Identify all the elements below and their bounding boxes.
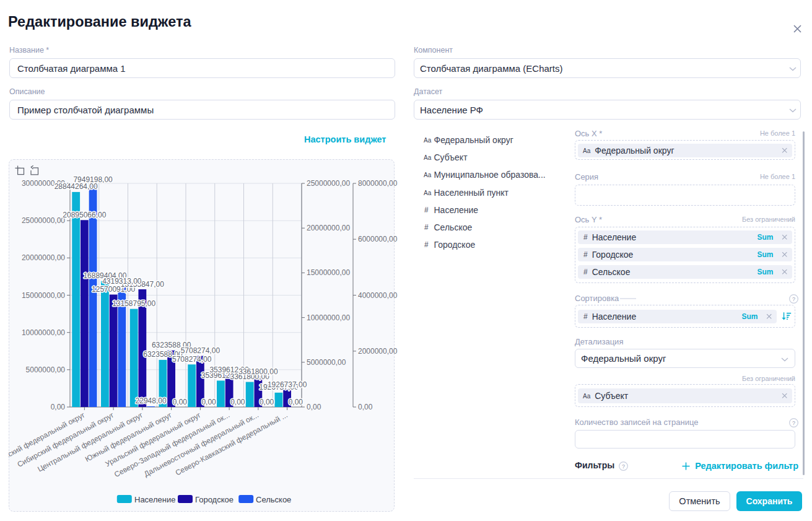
svg-text:?: ? bbox=[792, 296, 795, 302]
svg-text:5708274,00: 5708274,00 bbox=[181, 346, 220, 355]
svg-text:Городское: Городское bbox=[195, 495, 234, 504]
svg-text:20000000,00: 20000000,00 bbox=[22, 253, 65, 262]
svg-text:0,00: 0,00 bbox=[201, 398, 216, 406]
svg-text:6000000,00: 6000000,00 bbox=[358, 235, 398, 243]
svg-text:0,00: 0,00 bbox=[173, 398, 188, 406]
svg-text:0,00: 0,00 bbox=[307, 403, 321, 411]
svg-text:5000000,00: 5000000,00 bbox=[26, 366, 66, 374]
svg-text:1926737,00: 1926737,00 bbox=[268, 380, 307, 389]
svg-text:25000000,00: 25000000,00 bbox=[22, 216, 65, 225]
svg-text:0,00: 0,00 bbox=[51, 403, 66, 411]
svg-text:0,00: 0,00 bbox=[358, 403, 373, 411]
svg-text:10000000,00: 10000000,00 bbox=[307, 313, 350, 322]
svg-text:4000000,00: 4000000,00 bbox=[358, 291, 398, 300]
svg-text:0,00: 0,00 bbox=[289, 398, 303, 406]
svg-text:20000000,00: 20000000,00 bbox=[307, 224, 350, 232]
svg-text:2000000,00: 2000000,00 bbox=[358, 347, 398, 356]
svg-text:13158795,00: 13158795,00 bbox=[112, 299, 155, 308]
svg-text:7949198,00: 7949198,00 bbox=[73, 175, 113, 184]
svg-text:22948,00: 22948,00 bbox=[136, 396, 167, 405]
svg-text:8000000,00: 8000000,00 bbox=[358, 179, 398, 188]
svg-text:?: ? bbox=[622, 463, 625, 470]
svg-text:0,00: 0,00 bbox=[260, 398, 274, 406]
svg-text:15000000,00: 15000000,00 bbox=[22, 291, 65, 300]
svg-text:3361800,00: 3361800,00 bbox=[238, 367, 278, 376]
svg-text:25000000,00: 25000000,00 bbox=[307, 179, 350, 188]
svg-text:20895066,00: 20895066,00 bbox=[63, 211, 106, 219]
svg-text:15000000,00: 15000000,00 bbox=[307, 268, 350, 277]
svg-text:5000000,00: 5000000,00 bbox=[307, 358, 346, 367]
svg-text:0,00: 0,00 bbox=[230, 398, 245, 406]
svg-text:Сельское: Сельское bbox=[256, 495, 291, 504]
svg-text:?: ? bbox=[792, 420, 795, 426]
svg-text:5708274,00: 5708274,00 bbox=[172, 355, 212, 364]
svg-text:4319313,00: 4319313,00 bbox=[102, 277, 142, 286]
svg-text:10000000,00: 10000000,00 bbox=[22, 328, 65, 337]
svg-text:Население: Население bbox=[134, 495, 175, 504]
